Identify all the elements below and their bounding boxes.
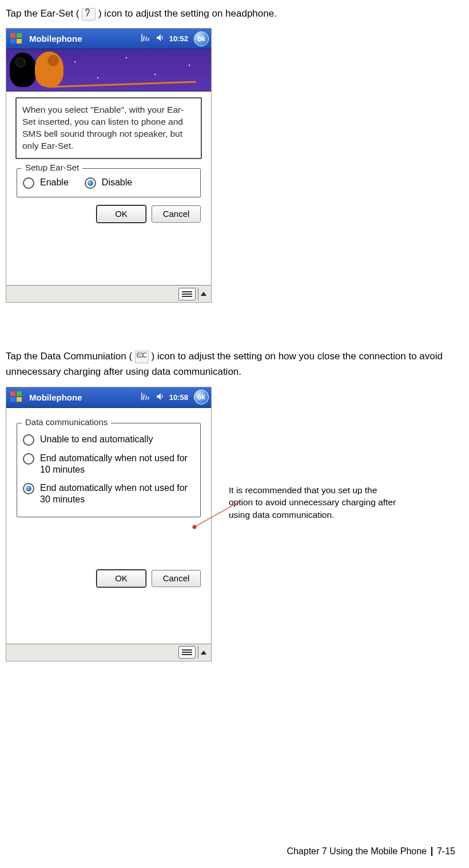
radio-enable[interactable]: Enable [23,177,69,189]
radio-unable-end[interactable]: Unable to end automatically [23,434,194,446]
clock-text[interactable]: 10:58 [169,393,188,402]
instruction-earset-pre: Tap the Ear-Set ( [6,8,80,19]
volume-icon[interactable] [156,393,165,402]
start-menu-icon[interactable] [7,30,26,47]
radio-icon [85,177,96,189]
group-legend: Data communications [22,417,111,427]
info-text: When you select "Enable", with your Ear-… [15,97,202,159]
taskbar-separator [198,646,198,659]
svg-rect-11 [17,397,22,402]
radio-end-30min[interactable]: End automatically when not used for 30 m… [23,482,194,505]
signal-icon[interactable] [141,393,151,402]
annotation-text: It is recommended that you set up the op… [229,484,400,521]
volume-icon[interactable] [156,34,165,43]
radio-label: Enable [40,177,69,188]
data-communications-group: Data communications Unable to end automa… [17,423,201,517]
radio-end-10min[interactable]: End automatically when not used for 10 m… [23,453,194,475]
cancel-button[interactable]: Cancel [152,205,201,223]
ok-button[interactable]: ok [194,31,209,46]
radio-icon [23,453,34,465]
svg-point-5 [138,354,140,355]
svg-rect-1 [17,33,22,38]
ok-button[interactable]: ok [194,390,209,405]
radio-label: End automatically when not used for 10 m… [40,453,194,475]
taskbar-up-icon[interactable] [201,651,206,655]
page-footer: Chapter 7 Using the Mobile Phone 7-15 [287,846,455,857]
app-title: Mobilephone [29,393,82,402]
svg-rect-3 [17,39,22,43]
setup-earset-group: Setup Ear-Set Enable Disable [17,168,201,197]
radio-icon [23,483,34,494]
radio-disable[interactable]: Disable [85,177,132,189]
radio-icon [23,177,34,189]
taskbar-up-icon[interactable] [201,292,206,296]
instruction-earset-post: ) icon to adjust the setting on headphon… [98,8,277,19]
radio-label: Unable to end automatically [40,434,153,445]
titlebar: Mobilephone 10:58 ok [6,387,211,408]
data-communication-icon [135,351,149,363]
cancel-button[interactable]: Cancel [152,570,201,587]
taskbar-separator [198,288,198,300]
screenshot-earset: Mobilephone 10:52 ok When you select "En… [6,28,212,303]
svg-rect-9 [17,391,22,396]
footer-separator [431,847,432,856]
start-menu-icon[interactable] [7,389,26,406]
instruction-earset: Tap the Ear-Set ( ) icon to adjust the s… [6,6,458,21]
titlebar: Mobilephone 10:52 ok [6,29,211,49]
group-legend: Setup Ear-Set [22,162,82,172]
banner-image [6,49,211,92]
instruction-datacomm-pre: Tap the Data Communiation ( [6,351,132,362]
svg-point-6 [140,354,141,355]
ok-button[interactable]: OK [97,205,146,223]
ok-button[interactable]: OK [97,570,146,587]
taskbar [6,285,211,302]
taskbar [6,644,211,661]
svg-rect-2 [10,39,15,43]
keyboard-icon[interactable] [178,288,196,300]
footer-chapter: Chapter 7 Using the Mobile Phone [287,846,427,857]
app-title: Mobilephone [29,34,82,43]
footer-page: 7-15 [437,846,455,857]
clock-text[interactable]: 10:52 [169,34,188,43]
radio-label: Disable [102,177,132,188]
instruction-datacomm: Tap the Data Communiation ( ) icon to ad… [6,348,458,379]
radio-icon [23,434,34,446]
ear-set-icon [82,8,96,21]
svg-point-7 [141,354,142,355]
svg-rect-8 [10,391,15,396]
radio-label: End automatically when not used for 30 m… [40,482,194,505]
svg-rect-0 [10,33,15,38]
keyboard-icon[interactable] [178,646,196,659]
screenshot-datacomm: Mobilephone 10:58 ok Data communications… [6,387,212,661]
svg-rect-10 [10,397,15,402]
signal-icon[interactable] [141,34,151,43]
